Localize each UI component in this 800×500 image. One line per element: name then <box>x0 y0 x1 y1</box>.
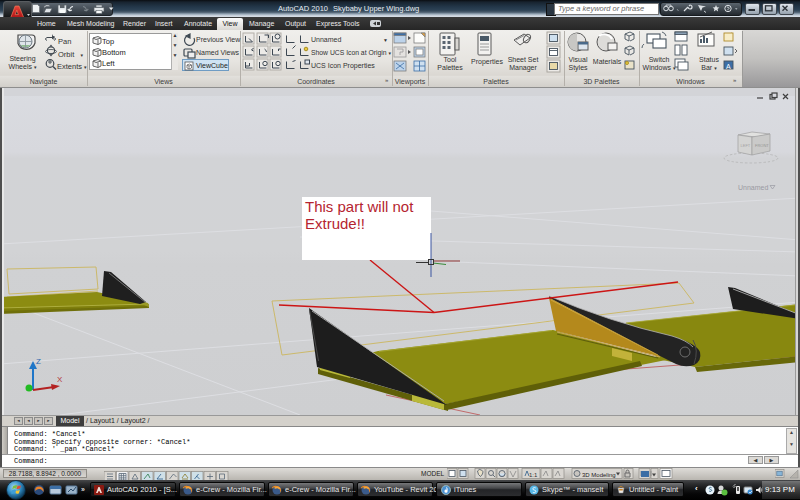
svg-text:FRONT: FRONT <box>755 143 769 148</box>
svg-text:LEFT: LEFT <box>741 143 751 148</box>
svg-text:This part will not: This part will not <box>305 198 414 215</box>
svg-text:3D Modeling: 3D Modeling <box>582 472 616 478</box>
svg-text:Extrude!!: Extrude!! <box>305 215 365 232</box>
svg-text:»: » <box>81 486 85 493</box>
svg-text:X: X <box>57 375 63 384</box>
svg-text:Unnamed: Unnamed <box>738 184 768 191</box>
svg-text:Z: Z <box>36 357 41 366</box>
svg-text:1:1: 1:1 <box>529 472 538 478</box>
